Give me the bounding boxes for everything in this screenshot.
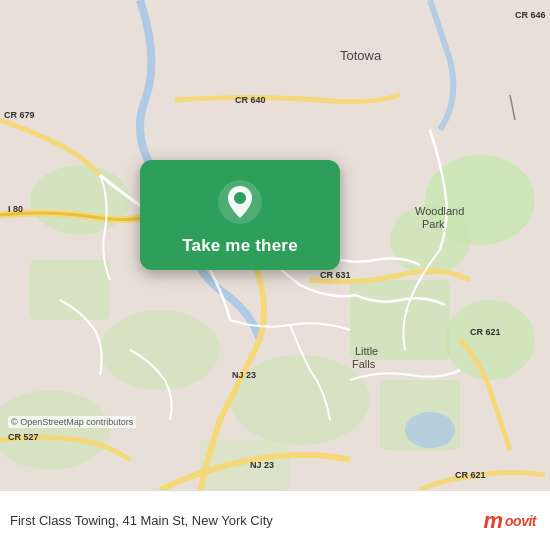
svg-text:CR 527: CR 527 (8, 432, 39, 442)
svg-text:Little: Little (355, 345, 378, 357)
location-pin-icon (216, 178, 264, 226)
map-container: I 80 NJ 23 NJ 23 CR 640 CR 631 CR 679 CR… (0, 0, 550, 490)
moovit-logo: m oovit (483, 508, 536, 534)
svg-text:CR 646: CR 646 (515, 10, 546, 20)
osm-credit: © OpenStreetMap contributors (8, 416, 136, 428)
take-me-there-label: Take me there (182, 236, 298, 256)
svg-text:Park: Park (422, 218, 445, 230)
svg-point-4 (445, 300, 535, 380)
svg-text:CR 631: CR 631 (320, 270, 351, 280)
svg-text:NJ 23: NJ 23 (250, 460, 274, 470)
bottom-bar: First Class Towing, 41 Main St, New York… (0, 490, 550, 550)
take-me-there-button[interactable]: Take me there (140, 160, 340, 270)
svg-rect-6 (30, 260, 110, 320)
svg-point-7 (100, 310, 220, 390)
moovit-m-letter: m (483, 508, 503, 534)
svg-text:Falls: Falls (352, 358, 376, 370)
svg-point-8 (230, 355, 370, 445)
svg-text:NJ 23: NJ 23 (232, 370, 256, 380)
svg-text:Totowa: Totowa (340, 48, 382, 63)
svg-point-30 (234, 192, 246, 204)
svg-point-12 (405, 412, 455, 448)
svg-point-5 (30, 165, 130, 235)
svg-text:CR 621: CR 621 (455, 470, 486, 480)
svg-text:I 80: I 80 (8, 204, 23, 214)
svg-text:Woodland: Woodland (415, 205, 464, 217)
svg-text:CR 621: CR 621 (470, 327, 501, 337)
svg-text:CR 679: CR 679 (4, 110, 35, 120)
address-text: First Class Towing, 41 Main St, New York… (10, 513, 273, 528)
svg-text:CR 640: CR 640 (235, 95, 266, 105)
moovit-text: oovit (505, 513, 536, 529)
